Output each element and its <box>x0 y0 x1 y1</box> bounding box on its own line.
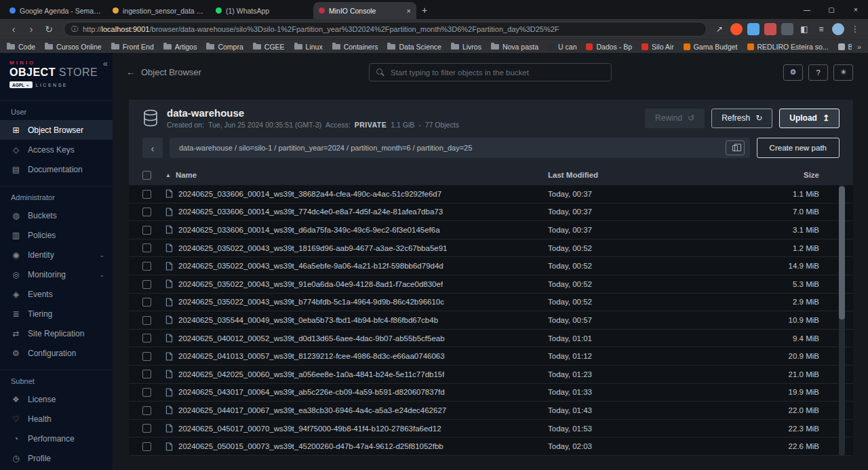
row-checkbox[interactable] <box>142 190 151 199</box>
bookmark-item[interactable]: Linux <box>294 43 323 51</box>
column-size[interactable]: Size <box>738 171 840 179</box>
row-checkbox[interactable] <box>142 352 151 361</box>
sidebar-item-documentation[interactable]: ▤ Documentation ⌄ <box>0 159 113 179</box>
sidebar-toggle-icon[interactable]: ◧ <box>798 23 810 35</box>
row-checkbox[interactable] <box>142 226 151 235</box>
bookmark-item[interactable]: Cursos Online <box>45 43 102 51</box>
create-new-path-button[interactable]: Create new path <box>757 138 840 158</box>
upload-button[interactable]: Upload↥ <box>779 109 840 128</box>
select-all-checkbox[interactable] <box>142 171 151 180</box>
share-icon[interactable]: ↗ <box>713 23 726 35</box>
sidebar-item-license[interactable]: ❖ License ⌄ <box>0 389 113 409</box>
tab-whatsapp[interactable]: (1) WhatsApp × <box>210 2 313 19</box>
window-close-button[interactable]: × <box>844 0 868 19</box>
table-row[interactable]: 20240625_050015_00073_ws39t_45200260-d47… <box>129 437 853 456</box>
bookmark-item[interactable]: Data Science <box>387 43 441 51</box>
path-back-button[interactable]: ‹ <box>142 138 163 158</box>
table-row[interactable]: 20240625_041013_00057_ws39t_81239212-fce… <box>129 347 853 366</box>
sidebar-item-access-keys[interactable]: ◇ Access Keys ⌄ <box>0 140 113 159</box>
row-checkbox[interactable] <box>142 370 151 378</box>
bookmark-item[interactable]: Front End <box>111 43 154 51</box>
extension-blue-icon[interactable] <box>747 23 760 35</box>
profile-avatar[interactable] <box>832 23 844 35</box>
browser-menu-icon[interactable]: ⋮ <box>849 23 861 35</box>
bookmark-item[interactable]: U can <box>548 43 576 51</box>
sidebar-item-profile[interactable]: ◷ Profile ⌄ <box>0 448 113 468</box>
tab-minio-console[interactable]: MinIO Console × <box>313 2 416 19</box>
sidebar-item-buckets[interactable]: ◍ Buckets ⌄ <box>0 205 113 225</box>
table-row[interactable]: 20240625_043017_00064_ws39t_ab5c226e-cb0… <box>129 384 853 402</box>
sidebar-collapse-icon[interactable]: « <box>103 58 108 68</box>
column-last-modified[interactable]: Last Modified <box>548 171 738 179</box>
bookmark-item[interactable]: Artigos <box>163 43 197 51</box>
bookmark-item[interactable]: REDLIRO Esteira so... <box>747 43 829 51</box>
row-checkbox[interactable] <box>142 424 151 433</box>
table-row[interactable]: 20240625_033606_00014_ws39t_774dc4e0-e8a… <box>129 203 853 222</box>
bookmark-item[interactable]: Gama Budget <box>684 43 738 51</box>
row-checkbox[interactable] <box>142 208 151 216</box>
table-row[interactable]: 20240625_035022_00043_ws39t_b774bfdb-5c1… <box>129 294 853 312</box>
theme-toggle-icon[interactable]: ✳ <box>833 64 853 81</box>
copy-path-button[interactable] <box>726 140 745 155</box>
table-row[interactable]: 20240625_045017_00070_ws39t_94f75000-49b… <box>129 420 853 438</box>
bookmark-item[interactable]: Dados - Bp <box>586 43 632 51</box>
bookmark-item[interactable]: Binder <box>838 43 852 51</box>
sidebar-item-site-replication[interactable]: ⇄ Site Replication ⌄ <box>0 324 113 343</box>
bookmark-item[interactable]: Containers <box>332 43 378 51</box>
license-badge[interactable]: AGPL⌄ <box>9 81 33 88</box>
address-bar[interactable]: ⓘ http://localhost:9001/browser/data-war… <box>64 22 707 37</box>
column-name[interactable]: Name <box>176 171 197 179</box>
sidebar-item-identity[interactable]: ◉ Identity ⌄ <box>0 245 113 265</box>
bookmark-item[interactable]: Nova pasta <box>491 43 538 51</box>
table-row[interactable]: 20240625_035022_00043_ws39t_91e0a6da-04e… <box>129 275 853 294</box>
table-row[interactable]: 20240625_033606_00014_ws39t_38682a44-cfe… <box>129 185 853 203</box>
bookmark-item[interactable]: CGEE <box>253 43 285 51</box>
scrollbar-thumb[interactable] <box>839 187 845 319</box>
sidebar-item-configuration[interactable]: ⚙ Configuration ⌄ <box>0 343 113 363</box>
sidebar-item-health[interactable]: ♡ Health ⌄ <box>0 409 113 429</box>
table-row[interactable]: 20240625_033606_00014_ws39t_d6da75fa-349… <box>129 221 853 239</box>
sidebar-item-tiering[interactable]: ≣ Tiering ⌄ <box>0 304 113 324</box>
tab-close-icon[interactable]: × <box>407 7 411 15</box>
sort-asc-icon[interactable]: ▲ <box>165 172 171 178</box>
table-row[interactable]: 20240625_035544_00049_ws39t_0eba5b73-fbd… <box>129 311 853 330</box>
tab-list-icon[interactable]: ≡ <box>815 23 827 35</box>
row-checkbox[interactable] <box>142 406 151 415</box>
window-minimize-button[interactable]: — <box>795 0 819 19</box>
table-row[interactable]: 20240625_040012_00052_ws39t_d0d13d65-6ae… <box>129 330 853 348</box>
bookmarks-overflow-icon[interactable]: » <box>852 43 861 51</box>
row-checkbox[interactable] <box>142 243 151 252</box>
tab-google-agenda[interactable]: Google Agenda - Semana de 23 de × <box>4 2 107 19</box>
new-tab-button[interactable]: + <box>416 2 433 18</box>
table-row[interactable]: 20240625_035022_00043_ws39t_18169d96-aab… <box>129 239 853 258</box>
site-info-icon[interactable]: ⓘ <box>71 24 78 34</box>
brave-shield-icon[interactable] <box>730 23 743 35</box>
tab-ingestion-sensor-data-grid[interactable]: ingestion_sensor_data - Grid - Grup... × <box>107 2 210 19</box>
row-checkbox[interactable] <box>142 388 151 397</box>
row-checkbox[interactable] <box>142 262 151 271</box>
bookmark-item[interactable]: Silo Air <box>642 43 674 51</box>
rewind-button[interactable]: Rewind↺ <box>645 109 705 128</box>
row-checkbox[interactable] <box>142 280 151 289</box>
browser-back-button[interactable]: ‹ <box>5 21 22 37</box>
row-checkbox[interactable] <box>142 316 151 325</box>
sidebar-item-performance[interactable]: ◔ Performance ⌄ <box>0 429 113 448</box>
sidebar-item-events[interactable]: ◈ Events ⌄ <box>0 284 113 304</box>
window-maximize-button[interactable]: ▢ <box>819 0 844 19</box>
refresh-button[interactable]: Refresh↻ <box>711 109 772 128</box>
row-checkbox[interactable] <box>142 298 151 307</box>
sidebar-item-policies[interactable]: ▥ Policies ⌄ <box>0 225 113 245</box>
bookmark-item[interactable]: Compra <box>206 43 243 51</box>
row-checkbox[interactable] <box>142 442 151 451</box>
back-arrow-icon[interactable]: ← <box>126 67 135 77</box>
object-filter-search-input[interactable] <box>369 63 612 81</box>
row-checkbox[interactable] <box>142 334 151 342</box>
sidebar-item-monitoring[interactable]: ◎ Monitoring ⌄ <box>0 265 113 284</box>
extensions-puzzle-icon[interactable] <box>781 23 793 35</box>
browser-forward-button[interactable]: › <box>23 21 39 37</box>
table-row[interactable]: 20240625_044017_00067_ws39t_ea38cb30-694… <box>129 402 853 420</box>
bookmark-item[interactable]: Livros <box>451 43 481 51</box>
table-row[interactable]: 20240625_042025_00060_ws39t_a056ee8e-1a0… <box>129 366 853 384</box>
table-scrollbar[interactable] <box>839 185 845 456</box>
settings-gear-icon[interactable]: ⚙ <box>783 64 803 81</box>
